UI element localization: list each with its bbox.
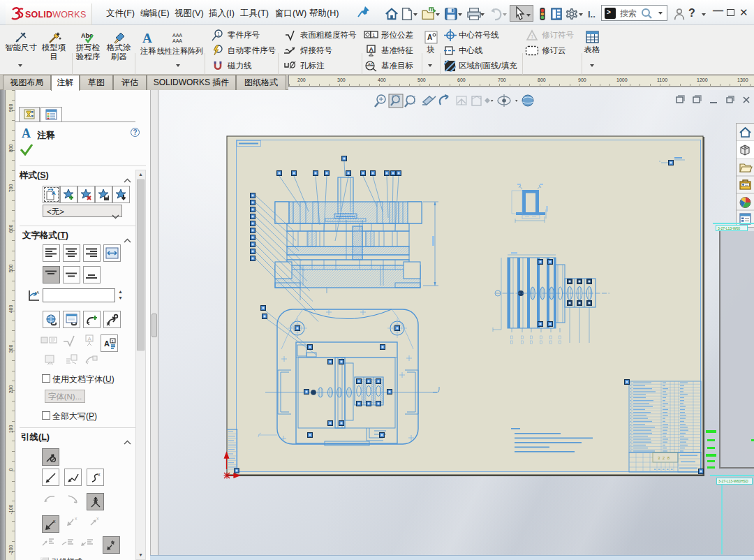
svg-text:AAA: AAA bbox=[172, 38, 182, 43]
svg-text:A: A bbox=[104, 339, 110, 348]
svg-text:x: x bbox=[53, 519, 56, 524]
svg-text:1: 1 bbox=[217, 31, 220, 36]
svg-text:A: A bbox=[427, 34, 432, 41]
svg-text:A: A bbox=[52, 190, 56, 196]
svg-text:SOLIDWORKS: SOLIDWORKS bbox=[25, 10, 86, 20]
svg-text:AAA: AAA bbox=[172, 33, 182, 38]
svg-text:1: 1 bbox=[372, 32, 376, 38]
svg-text:x: x bbox=[96, 516, 99, 521]
svg-text:328: 328 bbox=[658, 456, 672, 460]
svg-text:x: x bbox=[75, 516, 77, 521]
svg-text:x: x bbox=[98, 472, 101, 477]
svg-text:A: A bbox=[87, 336, 91, 342]
svg-text:A1: A1 bbox=[368, 62, 374, 66]
svg-text:A: A bbox=[369, 46, 374, 53]
svg-text:A: A bbox=[36, 290, 39, 295]
svg-text:1: 1 bbox=[531, 34, 534, 40]
